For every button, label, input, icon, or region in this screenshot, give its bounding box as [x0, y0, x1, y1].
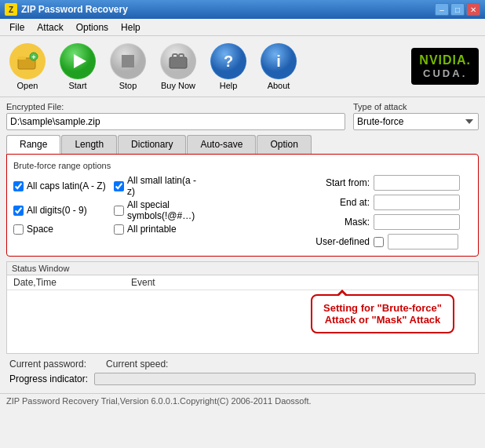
buy-now-label: Buy Now — [161, 81, 195, 90]
end-at-label: End at: — [315, 197, 370, 208]
about-icon: i — [261, 43, 297, 79]
nvidia-badge: NVIDIA. CUDA. — [411, 48, 479, 85]
svg-rect-7 — [122, 55, 134, 67]
checkbox-caps: All caps latin(A - Z) — [13, 175, 106, 197]
mask-label: Mask: — [315, 217, 370, 228]
tab-range[interactable]: Range — [6, 135, 60, 154]
window-controls: – □ ✕ — [435, 3, 480, 16]
svg-text:+: + — [31, 53, 35, 61]
digits-checkbox[interactable] — [13, 206, 24, 216]
current-password-item: Current password: — [9, 359, 90, 370]
small-label[interactable]: All small latin(a - z) — [127, 175, 206, 197]
checkbox-space: Space — [13, 224, 106, 235]
user-defined-label: User-defined — [315, 236, 370, 247]
caps-checkbox[interactable] — [13, 181, 24, 191]
open-icon: + — [9, 43, 46, 79]
options-grid: All caps latin(A - Z) All small latin(a … — [13, 175, 307, 235]
status-col-event: Event — [125, 275, 478, 290]
callout-bubble: Setting for "Brute-force" Attack or "Mas… — [311, 294, 454, 333]
help-button[interactable]: ? Help — [207, 40, 250, 93]
cuda-text: CUDA. — [423, 67, 467, 80]
buy-now-button[interactable]: Buy Now — [157, 40, 199, 93]
open-label: Open — [17, 81, 38, 90]
nvidia-text: NVIDIA. — [419, 53, 471, 67]
user-defined-checkbox[interactable] — [374, 237, 384, 247]
current-speed-label: Current speed: — [106, 359, 168, 370]
svg-rect-9 — [170, 57, 187, 68]
progress-bar-container — [94, 373, 476, 385]
digits-label[interactable]: All digits(0 - 9) — [27, 205, 87, 216]
callout-line1: Setting for "Brute-force" — [323, 302, 442, 314]
buy-now-icon — [160, 43, 196, 79]
attack-type-select[interactable]: Brute-force Dictionary Mask — [353, 113, 479, 130]
encrypted-file-input[interactable] — [6, 113, 345, 130]
menu-options[interactable]: Options — [70, 20, 115, 35]
about-label: About — [268, 81, 290, 90]
brute-container: All caps latin(A - Z) All small latin(a … — [13, 175, 472, 249]
status-window: Status Window Date,Time Event Setting fo… — [6, 261, 479, 354]
panel-title: Brute-force range options — [13, 161, 472, 170]
attack-type-label: Type of attack — [353, 102, 479, 111]
maximize-button[interactable]: □ — [450, 3, 465, 16]
file-row: Encrypted File: Type of attack Brute-for… — [6, 102, 479, 130]
checkbox-printable: All printable — [114, 224, 206, 235]
toolbar: + Open Start — [0, 36, 485, 97]
special-label[interactable]: All special symbols(!@#…) — [127, 199, 206, 221]
about-button[interactable]: i About — [257, 40, 300, 93]
user-defined-input[interactable] — [388, 234, 458, 249]
start-button[interactable]: Start — [57, 40, 99, 93]
tab-length[interactable]: Length — [61, 135, 117, 154]
caps-label[interactable]: All caps latin(A - Z) — [27, 180, 106, 191]
brute-right: Start from: End at: Mask: User-defined — [315, 175, 472, 249]
menu-attack[interactable]: Attack — [31, 20, 69, 35]
footer-text: ZIP Password Recovery Trial,Version 6.0.… — [6, 396, 312, 406]
small-checkbox[interactable] — [114, 181, 124, 191]
status-window-title: Status Window — [7, 262, 478, 275]
menu-file[interactable]: File — [3, 20, 31, 35]
special-checkbox[interactable] — [114, 206, 124, 216]
tab-dictionary[interactable]: Dictionary — [118, 135, 186, 154]
svg-text:?: ? — [224, 53, 233, 70]
tabs: Range Length Dictionary Auto-save Option — [6, 135, 479, 154]
current-speed-item: Current speed: — [106, 359, 172, 370]
space-label[interactable]: Space — [27, 224, 53, 235]
status-col-datetime: Date,Time — [7, 275, 125, 290]
start-from-row: Start from: — [315, 175, 472, 191]
svg-text:i: i — [276, 53, 281, 70]
title-bar: Z ZIP Password Recovery – □ ✕ — [0, 0, 485, 19]
mask-row: Mask: — [315, 214, 472, 230]
status-table: Date,Time Event Setting for "Brute-force… — [7, 275, 478, 353]
end-at-input[interactable] — [374, 195, 460, 210]
stop-label: Stop — [119, 81, 137, 90]
main-content: Encrypted File: Type of attack Brute-for… — [0, 97, 485, 393]
start-from-input[interactable] — [374, 175, 460, 191]
open-button[interactable]: + Open — [6, 40, 49, 93]
printable-label[interactable]: All printable — [127, 224, 177, 235]
window-title: ZIP Password Recovery — [21, 4, 435, 15]
checkbox-special: All special symbols(!@#…) — [114, 199, 206, 221]
tab-autosave[interactable]: Auto-save — [187, 135, 256, 154]
help-label: Help — [220, 81, 238, 90]
progress-row: Progress indicator: — [6, 373, 479, 385]
current-password-label: Current password: — [9, 359, 86, 370]
encrypted-file-label: Encrypted File: — [6, 102, 345, 111]
stop-button[interactable]: Stop — [107, 40, 149, 93]
close-button[interactable]: ✕ — [466, 3, 480, 16]
menu-help[interactable]: Help — [115, 20, 147, 35]
minimize-button[interactable]: – — [435, 3, 449, 16]
checkbox-digits: All digits(0 - 9) — [13, 199, 106, 221]
printable-checkbox[interactable] — [114, 224, 124, 235]
start-label: Start — [68, 81, 86, 90]
user-defined-row: User-defined — [315, 234, 472, 249]
progress-label: Progress indicator: — [9, 373, 88, 384]
space-checkbox[interactable] — [13, 224, 24, 235]
start-icon — [60, 43, 96, 79]
svg-rect-1 — [18, 56, 26, 60]
checkbox-small: All small latin(a - z) — [114, 175, 206, 197]
tab-option[interactable]: Option — [257, 135, 311, 154]
range-tab-panel: Brute-force range options All caps latin… — [6, 154, 479, 257]
menu-bar: File Attack Options Help — [0, 19, 485, 36]
bottom-status: Current password: Current speed: — [6, 359, 479, 370]
mask-input[interactable] — [374, 214, 460, 230]
attack-type-group: Type of attack Brute-force Dictionary Ma… — [353, 102, 479, 130]
